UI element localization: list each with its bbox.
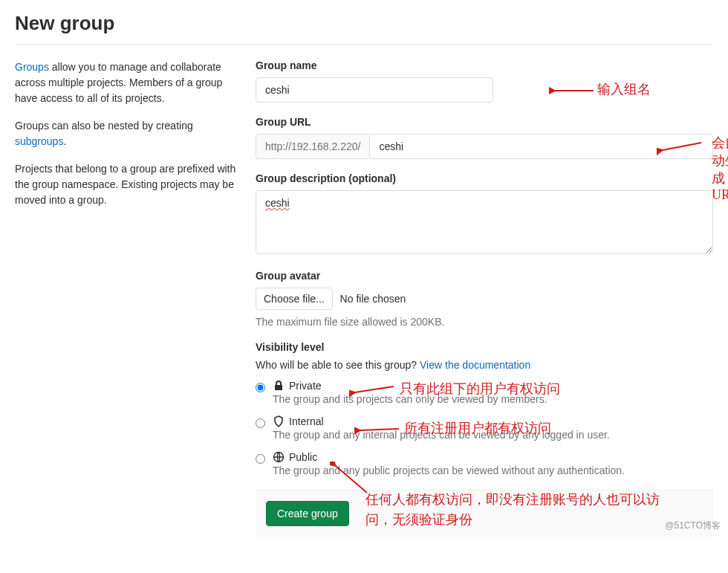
subgroups-link[interactable]: subgroups (15, 135, 63, 147)
visibility-option-internal[interactable]: Internal The group and any internal proj… (256, 415, 713, 441)
help-p3: Projects that belong to a group are pref… (15, 161, 238, 208)
svg-line-3 (355, 386, 394, 392)
input-group-name[interactable] (256, 77, 493, 103)
annotation-arrow-icon (349, 382, 401, 400)
radio-private[interactable] (256, 383, 265, 392)
sidebar-help: Groups allow you to manage and collabora… (15, 59, 238, 537)
watermark: @51CTO博客 (665, 519, 721, 532)
help-p1: Groups allow you to manage and collabora… (15, 59, 238, 106)
annotation-arrow-icon (354, 421, 406, 439)
divider (15, 44, 713, 45)
help-p2-pre: Groups can also be nested by creating (15, 120, 193, 132)
visibility-subtext: Who will be able to see this group? View… (256, 359, 713, 371)
field-visibility: Visibility level Who will be able to see… (256, 341, 713, 476)
globe-icon (273, 451, 285, 463)
view-docs-link[interactable]: View the documentation (420, 359, 530, 371)
url-prefix: http://192.168.2.220/ (256, 134, 369, 159)
radio-public[interactable] (256, 454, 265, 464)
annotation-arrow-icon (549, 82, 601, 100)
avatar-hint: The maximum file size allowed is 200KB. (256, 316, 713, 328)
field-group-url: Group URL http://192.168.2.220/ 会自动生成URL (256, 116, 713, 159)
visibility-sub-pre: Who will be able to see this group? (256, 359, 420, 371)
shield-icon (273, 415, 285, 427)
public-title: Public (289, 451, 317, 463)
help-p2-post: . (63, 135, 66, 147)
field-group-description: Group description (optional) ceshi (256, 172, 713, 256)
visibility-option-private[interactable]: Private The group and its projects can o… (256, 380, 713, 405)
annotation-text: 输入组名 (597, 80, 651, 98)
annotation-arrow-icon (330, 462, 389, 499)
help-p2: Groups can also be nested by creating su… (15, 118, 238, 149)
public-desc: The group and any public projects can be… (273, 464, 625, 476)
internal-title: Internal (289, 415, 324, 427)
form-area: Group name 输入组名 Group URL http://192.168… (256, 59, 713, 537)
label-group-description: Group description (optional) (256, 172, 713, 184)
label-group-avatar: Group avatar (256, 270, 713, 282)
private-title: Private (289, 380, 322, 392)
lock-icon (273, 380, 285, 392)
label-group-url: Group URL (256, 116, 713, 128)
no-file-chosen: No file chosen (340, 293, 406, 305)
annotation-arrow-icon (657, 138, 709, 156)
field-group-avatar: Group avatar Choose file... No file chos… (256, 270, 713, 328)
visibility-option-public[interactable]: Public The group and any public projects… (256, 451, 713, 476)
svg-line-6 (336, 466, 367, 493)
page-title: New group (15, 12, 713, 35)
form-actions: Create group (256, 490, 713, 537)
choose-file-button[interactable]: Choose file... (256, 288, 333, 310)
create-group-button[interactable]: Create group (266, 501, 349, 526)
svg-line-4 (360, 429, 399, 430)
annotation-text: 会自动生成URL (712, 134, 728, 203)
field-group-name: Group name 输入组名 (256, 59, 713, 103)
radio-internal[interactable] (256, 418, 265, 428)
input-group-description[interactable]: ceshi (256, 190, 713, 254)
internal-desc: The group and any internal projects can … (273, 429, 610, 441)
groups-link[interactable]: Groups (15, 61, 49, 73)
label-visibility: Visibility level (256, 341, 713, 353)
label-group-name: Group name (256, 59, 713, 71)
svg-line-2 (663, 143, 701, 150)
private-desc: The group and its projects can only be v… (273, 393, 547, 405)
url-row: http://192.168.2.220/ (256, 134, 713, 159)
